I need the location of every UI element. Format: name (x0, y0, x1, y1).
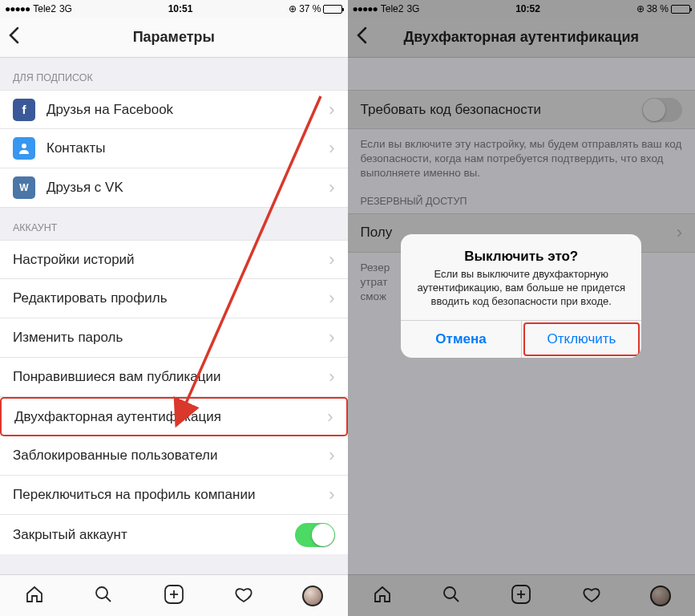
back-button[interactable] (8, 25, 32, 50)
dialog-confirm-button[interactable]: Отключить (522, 321, 642, 358)
row-label: Друзья на Facebook (46, 102, 329, 118)
battery-icon (323, 5, 342, 14)
tab-home[interactable] (24, 584, 45, 608)
row-label: Настройки историй (13, 252, 329, 268)
row-label: Редактировать профиль (13, 290, 329, 306)
private-account-toggle[interactable] (295, 523, 335, 547)
phone-right: ●●●●● Tele2 3G 10:52 ⊕ 38 % Двухфакторна… (348, 0, 696, 616)
dialog-cancel-button[interactable]: Отмена (401, 321, 522, 358)
settings-content: ДЛЯ ПОДПИСОК f Друзья на Facebook › Конт… (0, 58, 348, 574)
facebook-icon: f (13, 99, 35, 121)
row-liked-posts[interactable]: Понравившиеся вам публикации › (0, 358, 348, 397)
row-edit-profile[interactable]: Редактировать профиль › (0, 279, 348, 318)
row-label: Закрытый аккаунт (13, 527, 295, 543)
section-subscriptions-header: ДЛЯ ПОДПИСОК (0, 58, 348, 90)
chevron-right-icon: › (329, 484, 334, 505)
rotation-lock-icon: ⊕ (289, 3, 297, 14)
svg-point-0 (22, 144, 26, 148)
tab-search[interactable] (93, 584, 114, 608)
chevron-right-icon: › (327, 407, 333, 428)
signal-dots: ●●●●● (5, 3, 30, 14)
row-vk-friends[interactable]: W Друзья с VK › (0, 168, 348, 208)
row-label: Друзья с VK (46, 180, 329, 196)
row-facebook-friends[interactable]: f Друзья на Facebook › (0, 90, 348, 129)
dialog-text: Если вы выключите двухфакторную аутентиф… (415, 268, 627, 309)
tab-profile[interactable] (302, 586, 323, 606)
row-label: Контакты (46, 140, 329, 156)
row-label: Понравившиеся вам публикации (13, 369, 329, 385)
section-account-header: АККАУНТ (0, 208, 348, 240)
chevron-right-icon: › (329, 249, 334, 270)
chevron-right-icon: › (329, 288, 334, 309)
page-title: Параметры (0, 29, 348, 46)
statusbar: ●●●●● Tele2 3G 10:51 ⊕ 37 % (0, 0, 348, 18)
clock: 10:51 (168, 3, 193, 14)
row-label: Заблокированные пользователи (13, 448, 329, 464)
row-label: Переключиться на профиль компании (13, 487, 329, 503)
chevron-left-icon (8, 26, 19, 44)
svg-point-2 (96, 587, 107, 598)
row-two-factor-auth[interactable]: Двухфакторная аутентификация › (0, 397, 348, 436)
row-blocked-users[interactable]: Заблокированные пользователи › (0, 436, 348, 476)
phone-left: ●●●●● Tele2 3G 10:51 ⊕ 37 % Параметры ДЛ… (0, 0, 348, 616)
row-label: Изменить пароль (13, 330, 329, 346)
confirm-dialog: Выключить это? Если вы выключите двухфак… (401, 234, 641, 358)
tab-add[interactable] (163, 583, 185, 609)
row-contacts[interactable]: Контакты › (0, 129, 348, 168)
row-change-password[interactable]: Изменить пароль › (0, 318, 348, 358)
chevron-right-icon: › (329, 177, 334, 198)
network-type: 3G (59, 3, 72, 14)
row-switch-business[interactable]: Переключиться на профиль компании › (0, 476, 348, 515)
vk-icon: W (13, 176, 35, 199)
tab-bar (0, 574, 348, 616)
carrier-name: Tele2 (33, 3, 56, 14)
chevron-right-icon: › (329, 138, 334, 159)
svg-line-3 (106, 597, 111, 602)
contacts-icon (13, 137, 35, 160)
row-private-account[interactable]: Закрытый аккаунт (0, 515, 348, 554)
chevron-right-icon: › (329, 445, 334, 466)
nav-header: Параметры (0, 18, 348, 58)
row-story-settings[interactable]: Настройки историй › (0, 240, 348, 279)
chevron-right-icon: › (329, 367, 334, 387)
chevron-right-icon: › (329, 327, 334, 348)
tab-activity[interactable] (233, 584, 254, 608)
avatar (302, 586, 323, 606)
battery-pct: 37 % (299, 3, 321, 14)
row-label: Двухфакторная аутентификация (14, 409, 327, 425)
chevron-right-icon: › (329, 99, 334, 120)
dialog-title: Выключить это? (415, 249, 627, 265)
